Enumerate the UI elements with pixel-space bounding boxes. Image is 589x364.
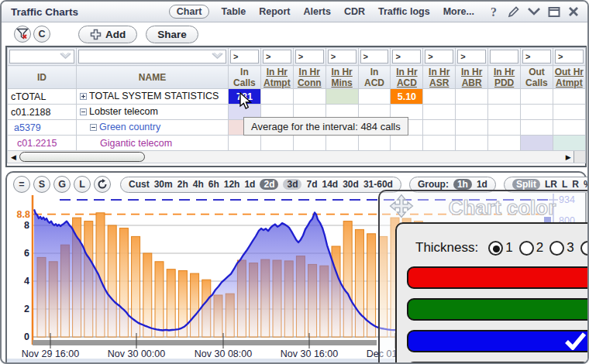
cell-in_hr_asr[interactable]: [423, 136, 456, 151]
thickness-radio-3[interactable]: [549, 241, 564, 256]
collapse-icon[interactable]: [80, 107, 87, 118]
cell-in_hr_acd[interactable]: 5.10: [391, 89, 423, 105]
view-button-l[interactable]: L: [74, 176, 91, 193]
column-filter-name[interactable]: [77, 48, 229, 66]
column-header-in_hr_acd[interactable]: In HrACD: [391, 66, 423, 89]
column-filter-in_hr_abr[interactable]: >: [456, 48, 488, 66]
cell-in_hr_mins[interactable]: [326, 136, 358, 151]
split-option-r[interactable]: R: [572, 179, 579, 190]
nav-item-more[interactable]: More...: [442, 5, 476, 18]
cell-id[interactable]: c01.2215: [8, 136, 77, 151]
range-option-2h[interactable]: 2h: [177, 179, 188, 190]
cell-in_hr_pdd[interactable]: [488, 120, 521, 136]
nav-item-chart[interactable]: Chart: [169, 5, 210, 19]
split-badge[interactable]: Split: [512, 179, 540, 190]
edit-icon[interactable]: [507, 5, 520, 19]
cell-id[interactable]: cTOTAL: [8, 89, 77, 105]
refresh-button[interactable]: [94, 176, 111, 193]
hscrollbar-track[interactable]: ◀▶: [8, 151, 585, 163]
column-header-in_acd[interactable]: InACD: [358, 66, 391, 89]
range-option-2d[interactable]: 2d: [260, 179, 278, 190]
cell-out_calls[interactable]: [521, 136, 553, 151]
group-option-1h[interactable]: 1h: [453, 179, 472, 190]
range-option-6h[interactable]: 6h: [208, 179, 219, 190]
color-swatch-red[interactable]: [407, 266, 589, 289]
collapse-icon[interactable]: [90, 122, 97, 133]
cell-in_hr_abr[interactable]: [456, 136, 488, 151]
column-header-in_hr_mins[interactable]: In HrMins: [326, 66, 358, 89]
range-option-30d[interactable]: 30d: [343, 179, 359, 190]
filter-button[interactable]: [14, 26, 31, 43]
thickness-radio-2[interactable]: [519, 241, 534, 256]
share-button[interactable]: Share: [146, 26, 198, 43]
cell-out_calls[interactable]: [521, 120, 553, 136]
column-filter-out_calls[interactable]: >: [521, 48, 553, 66]
range-option-4h[interactable]: 4h: [193, 179, 204, 190]
cell-in_hr_acd[interactable]: [391, 136, 423, 151]
range-option-12h[interactable]: 12h: [224, 179, 240, 190]
dialog-title-bar[interactable]: Chart color: [380, 191, 589, 224]
view-button-s[interactable]: S: [33, 176, 50, 193]
column-header-out_calls[interactable]: OutCalls: [521, 66, 553, 89]
range-option-31-60d[interactable]: 31-60d: [363, 179, 393, 190]
cell-out_hr_atmpt[interactable]: [553, 136, 585, 151]
cell-in_hr_conn[interactable]: [293, 89, 326, 105]
nav-item-cdr[interactable]: CDR: [343, 5, 367, 18]
window-icon[interactable]: [548, 6, 560, 18]
column-header-out_hr_atmpt[interactable]: Out HrAtmpt: [553, 66, 585, 89]
expand-icon[interactable]: [80, 91, 87, 102]
column-header-in_calls[interactable]: InCalls: [229, 66, 261, 89]
column-filter-id[interactable]: [8, 48, 77, 66]
cell-out_calls[interactable]: [521, 105, 553, 120]
thickness-radio-4[interactable]: [580, 241, 589, 256]
view-button-g[interactable]: G: [53, 176, 71, 193]
cell-in_hr_pdd[interactable]: [488, 105, 521, 120]
nav-item-table[interactable]: Table: [219, 5, 247, 18]
cell-in_acd[interactable]: [358, 89, 391, 105]
cell-out_hr_atmpt[interactable]: [553, 120, 585, 136]
cell-name[interactable]: Gigantic telecom: [77, 136, 229, 151]
column-filter-in_acd[interactable]: >: [358, 48, 391, 66]
cell-out_hr_atmpt[interactable]: [553, 105, 585, 120]
close-icon[interactable]: [567, 5, 580, 18]
cell-in_hr_atmpt[interactable]: [260, 136, 293, 151]
cell-name[interactable]: Lobster telecom: [77, 105, 229, 120]
thickness-radio-1[interactable]: [488, 241, 503, 256]
cell-in_hr_abr[interactable]: [456, 105, 488, 120]
scroll-right-icon[interactable]: ▶: [563, 151, 574, 163]
cell-in_hr_asr[interactable]: [423, 105, 456, 120]
range-option-7d[interactable]: 7d: [306, 179, 317, 190]
cell-in_hr_asr[interactable]: [423, 120, 456, 136]
column-header-in_hr_conn[interactable]: In HrConn: [293, 66, 326, 89]
column-filter-in_calls[interactable]: >: [229, 48, 261, 66]
add-button[interactable]: Add: [78, 26, 137, 43]
help-icon[interactable]: ?: [487, 5, 500, 19]
split-option-l[interactable]: L: [562, 179, 567, 190]
cell-in_hr_pdd[interactable]: [488, 136, 521, 151]
cell-in_acd[interactable]: [358, 136, 391, 151]
chevron-down-icon[interactable]: [527, 6, 541, 17]
range-option-1d[interactable]: 1d: [244, 179, 255, 190]
cell-id[interactable]: a5379: [8, 120, 77, 136]
cell-name[interactable]: TOTAL SYSTEM STATISTICS: [77, 89, 229, 105]
cell-out_hr_atmpt[interactable]: [553, 89, 585, 105]
column-filter-in_hr_conn[interactable]: >: [293, 48, 326, 66]
cell-in_calls[interactable]: [229, 136, 261, 151]
cell-in_hr_pdd[interactable]: [488, 89, 521, 105]
column-filter-in_hr_pdd[interactable]: [488, 48, 521, 66]
cell-in_hr_conn[interactable]: [293, 136, 326, 151]
split-option-lr[interactable]: LR: [545, 179, 557, 190]
column-filter-in_hr_asr[interactable]: >: [423, 48, 456, 66]
cell-in_hr_atmpt[interactable]: [260, 89, 293, 105]
nav-item-alerts[interactable]: Alerts: [301, 5, 332, 18]
range-option-3d[interactable]: 3d: [283, 179, 301, 190]
column-header-in_hr_asr[interactable]: In HrASR: [423, 66, 456, 89]
cell-name[interactable]: Green country: [77, 120, 229, 136]
range-option-30m[interactable]: 30m: [154, 179, 173, 190]
color-swatch-green[interactable]: [407, 298, 589, 321]
split-option-pct[interactable]: %: [584, 179, 589, 190]
c-button[interactable]: C: [33, 26, 50, 43]
view-button-pct[interactable]: =: [13, 176, 30, 193]
nav-item-report[interactable]: Report: [257, 5, 291, 18]
column-header-name[interactable]: NAME: [77, 66, 229, 89]
